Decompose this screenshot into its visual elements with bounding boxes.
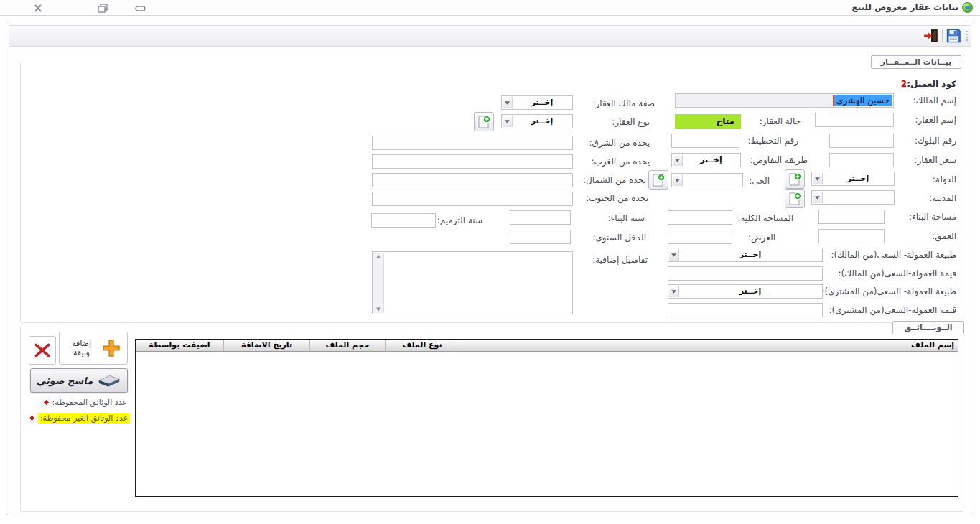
depth-field[interactable] bbox=[818, 229, 885, 243]
save-icon[interactable] bbox=[946, 28, 961, 44]
depth-label: العمق: bbox=[932, 231, 956, 241]
city-label: المدينة: bbox=[929, 193, 956, 203]
red-marker-icon bbox=[29, 416, 34, 421]
build-year-field[interactable] bbox=[510, 210, 571, 225]
documents-table[interactable]: إسم الملف نوع الملف حجم الملف تاريخ الاض… bbox=[135, 339, 958, 497]
property-type-select[interactable]: إخــتر bbox=[501, 114, 573, 128]
building-area-label: مساحة البناء: bbox=[909, 212, 956, 222]
district-label: الحى: bbox=[749, 176, 770, 186]
toolbar-separator bbox=[942, 30, 943, 42]
documents-table-header: إسم الملف نوع الملف حجم الملف تاريخ الاض… bbox=[136, 340, 958, 352]
building-area-field[interactable] bbox=[818, 210, 885, 224]
add-country-button[interactable] bbox=[785, 169, 805, 189]
col-date-added[interactable]: تاريخ الاضافة bbox=[223, 340, 309, 351]
commission-value-buyer-field[interactable] bbox=[668, 303, 823, 317]
scroll-down-icon[interactable]: ▼ bbox=[376, 306, 380, 313]
build-year-label: سنة البناء: bbox=[608, 213, 645, 223]
delete-document-button[interactable] bbox=[29, 336, 56, 365]
window-title: بيانات عقار معروض للبيع bbox=[852, 2, 958, 12]
district-select[interactable] bbox=[671, 173, 743, 187]
block-number-field[interactable] bbox=[829, 134, 894, 148]
scanner-button[interactable]: ماسح ضوئي bbox=[30, 368, 128, 393]
border-south-label: يحده من الجنوب: bbox=[586, 193, 648, 203]
country-select[interactable]: إخــتر bbox=[811, 172, 895, 186]
country-label: الدولة: bbox=[933, 174, 956, 184]
extra-details-textarea[interactable]: ▲▼ bbox=[372, 251, 573, 314]
saved-docs-label: عدد الوثائق المحفوظة: bbox=[52, 398, 127, 407]
orange-plus-icon bbox=[101, 338, 121, 358]
block-number-label: رقم البلوك: bbox=[915, 136, 956, 146]
chevron-down-icon[interactable] bbox=[503, 97, 513, 108]
extra-details-label: تفاصيل إضافية: bbox=[592, 255, 648, 265]
client-code-label: كود العميل: bbox=[907, 79, 956, 89]
unsaved-docs-count: عدد الوثائق الغير محفوظة: bbox=[30, 413, 130, 424]
add-property-type-button[interactable] bbox=[474, 112, 494, 131]
toolbar bbox=[9, 25, 971, 47]
border-west-label: يحده من الغرب: bbox=[591, 156, 650, 167]
col-file-type[interactable]: نوع الملف bbox=[385, 340, 459, 351]
scroll-up-icon[interactable]: ▲ bbox=[376, 253, 380, 260]
chevron-down-icon[interactable] bbox=[673, 154, 683, 166]
property-status-label: حالة العقار: bbox=[760, 116, 801, 126]
total-area-label: المساحة الكلية: bbox=[737, 213, 793, 223]
exit-icon[interactable] bbox=[923, 28, 939, 44]
city-select[interactable] bbox=[811, 190, 895, 205]
col-file-name[interactable]: إسم الملف bbox=[459, 340, 958, 351]
border-west-field[interactable] bbox=[372, 154, 573, 169]
commission-value-buyer-label: قيمة العمولة-السعى(من المشترى): bbox=[829, 305, 956, 315]
unsaved-docs-label: عدد الوثائق الغير محفوظة: bbox=[38, 413, 130, 424]
chevron-down-icon[interactable] bbox=[813, 192, 823, 203]
property-name-field[interactable] bbox=[815, 113, 894, 127]
scanner-icon bbox=[97, 372, 121, 389]
renovation-year-label: سنة الترميم: bbox=[437, 215, 482, 225]
commission-type-owner-select[interactable]: إخــتر bbox=[668, 248, 823, 262]
negotiation-method-select[interactable]: إخــتر bbox=[671, 153, 741, 167]
owner-capacity-label: صفة مالك العقار: bbox=[592, 98, 655, 108]
chevron-down-icon[interactable] bbox=[813, 173, 823, 184]
chevron-down-icon[interactable] bbox=[669, 286, 679, 297]
restore-button[interactable] bbox=[95, 3, 110, 13]
border-east-field[interactable] bbox=[372, 136, 573, 150]
col-added-by[interactable]: اضيفت بواسطة bbox=[136, 340, 223, 351]
property-type-label: نوع العقار: bbox=[612, 117, 650, 127]
width-label: العرض: bbox=[748, 233, 775, 243]
plan-number-label: رقم التخطيط: bbox=[747, 136, 798, 146]
add-document-button[interactable]: إضافة وثيقة bbox=[59, 332, 128, 365]
col-file-size[interactable]: حجم الملف bbox=[309, 340, 385, 351]
property-name-label: إسم العقار: bbox=[915, 115, 956, 125]
annual-income-field[interactable] bbox=[510, 230, 571, 244]
red-x-icon bbox=[33, 341, 52, 360]
minimize-button[interactable] bbox=[134, 3, 148, 13]
total-area-field[interactable] bbox=[668, 210, 732, 225]
border-north-field[interactable] bbox=[372, 173, 573, 187]
width-field[interactable] bbox=[668, 230, 732, 244]
red-marker-icon bbox=[44, 400, 49, 405]
property-status-value: متاح bbox=[675, 114, 741, 129]
plan-number-field[interactable] bbox=[671, 134, 739, 148]
property-fieldset-title: بيــانات الــعــقــار bbox=[871, 55, 961, 69]
chevron-down-icon[interactable] bbox=[503, 116, 513, 127]
owner-name-field[interactable]: حسين الهشرى bbox=[675, 93, 894, 108]
price-field[interactable] bbox=[829, 153, 894, 167]
commission-value-owner-label: قيمة العمولة-السعى(من المالك): bbox=[838, 268, 956, 279]
commission-value-owner-field[interactable] bbox=[668, 266, 823, 281]
textarea-scrollbar[interactable]: ▲▼ bbox=[373, 253, 384, 313]
chevron-down-icon[interactable] bbox=[673, 174, 683, 186]
title-bar: بيانات عقار معروض للبيع bbox=[0, 0, 980, 16]
price-label: سعر العقار: bbox=[914, 155, 956, 165]
saved-docs-count: عدد الوثائق المحفوظة: bbox=[45, 398, 127, 407]
commission-type-owner-label: طبيعة العمولة- السعى(من المالك): bbox=[831, 250, 956, 260]
chevron-down-icon[interactable] bbox=[669, 249, 679, 261]
border-north-label: يحده من الشمال: bbox=[583, 175, 646, 185]
toolbar-grip-handle[interactable] bbox=[965, 29, 969, 43]
renovation-year-field[interactable] bbox=[371, 213, 436, 228]
border-south-field[interactable] bbox=[372, 192, 573, 206]
commission-type-buyer-select[interactable]: إخــتر bbox=[668, 284, 823, 299]
annual-income-label: الدخل السنوى: bbox=[592, 233, 646, 243]
app-globe-icon bbox=[962, 2, 973, 13]
close-button[interactable] bbox=[32, 3, 46, 13]
add-city-button[interactable] bbox=[785, 189, 805, 208]
owner-name-label: إسم المالك: bbox=[913, 95, 956, 106]
add-district-button[interactable] bbox=[648, 170, 668, 190]
owner-capacity-select[interactable]: إخــتر bbox=[501, 95, 573, 110]
